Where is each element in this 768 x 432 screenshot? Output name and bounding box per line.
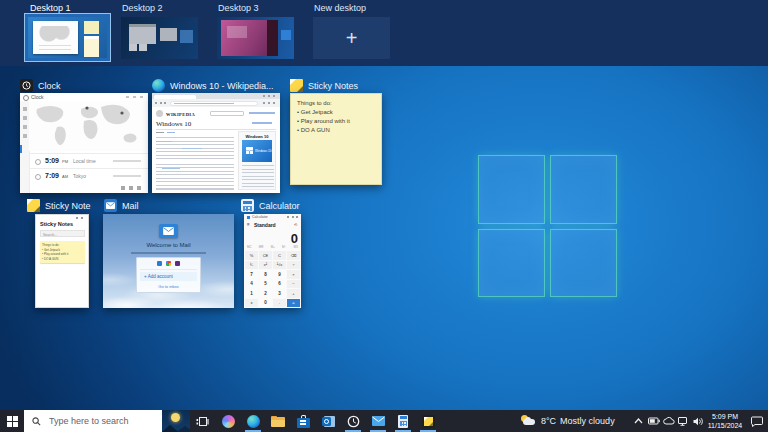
onedrive-icon[interactable] bbox=[661, 410, 676, 432]
windows-logo-pane bbox=[550, 229, 617, 298]
calc-key: 1 bbox=[245, 289, 258, 298]
mountain-graphic bbox=[172, 426, 190, 432]
heading-rule bbox=[156, 129, 276, 130]
weather-temp: 8°C bbox=[541, 416, 556, 426]
clock-time: 7:09 bbox=[45, 172, 59, 179]
mini-windows-logo bbox=[180, 30, 193, 43]
start-button[interactable] bbox=[0, 410, 24, 432]
mini-map bbox=[39, 26, 71, 42]
sticky-list-header: Sticky Notes bbox=[40, 221, 73, 227]
clock-footer-buttons bbox=[121, 186, 143, 190]
infobox: Windows 10 Windows 10 bbox=[238, 131, 276, 190]
toolbar-buttons bbox=[263, 102, 277, 104]
windows-logo bbox=[478, 155, 617, 297]
mail-window[interactable]: Welcome to Mail + Add account Go to inbo… bbox=[103, 214, 234, 308]
alarms-clock-button[interactable] bbox=[341, 410, 365, 432]
clock-row-local: 5:09 PM Local time bbox=[29, 154, 148, 168]
calc-memory-row: MC MR M+ M− MS bbox=[247, 245, 298, 249]
store-icon bbox=[297, 415, 310, 428]
memory-key: M− bbox=[282, 245, 286, 249]
note-line: Things to do: bbox=[297, 99, 375, 108]
calc-key: × bbox=[287, 270, 300, 279]
mail-welcome-text: Welcome to Mail bbox=[103, 242, 234, 248]
mini-window bbox=[129, 24, 156, 44]
calc-mode-label: Standard bbox=[254, 222, 276, 228]
mini-window bbox=[160, 28, 177, 41]
calc-titlebar-text: Calculator bbox=[252, 215, 268, 219]
add-account-label: + Add account bbox=[140, 274, 173, 279]
sticky-list-item: Things to do: • Get Jetpack • Play aroun… bbox=[40, 241, 85, 263]
calc-key: ¹⁄ₓ bbox=[245, 261, 258, 270]
memory-key: MC bbox=[247, 245, 252, 249]
sticky-notes-icon bbox=[290, 79, 303, 92]
taskbar-search[interactable] bbox=[24, 410, 190, 432]
calc-key: + bbox=[287, 289, 300, 298]
outlook-icon bbox=[322, 415, 335, 428]
browser-toolbar bbox=[152, 99, 280, 107]
sticky-note-icon bbox=[27, 199, 40, 212]
volume-icon[interactable] bbox=[691, 410, 706, 432]
weather-widget[interactable]: 8°C Mostly cloudy bbox=[520, 410, 615, 432]
battery-icon[interactable] bbox=[646, 410, 661, 432]
desktop-2-thumbnail[interactable] bbox=[121, 17, 198, 59]
new-desktop-button[interactable]: + bbox=[313, 17, 390, 59]
wikipedia-window[interactable]: WIKIPEDIA Windows 10 Windows 10 bbox=[152, 93, 280, 193]
moon-icon bbox=[35, 159, 41, 165]
desktop-1-preview bbox=[28, 17, 107, 58]
clock-window[interactable]: Clock bbox=[20, 93, 148, 193]
weather-icon bbox=[520, 415, 536, 427]
network-icon[interactable] bbox=[676, 410, 691, 432]
sticky-notes-window[interactable]: Things to do: • Get Jetpack • Play aroun… bbox=[290, 93, 382, 185]
sticky-note-list-window[interactable]: Sticky Notes Search... Things to do: • G… bbox=[35, 214, 89, 308]
calc-key: 7 bbox=[245, 270, 258, 279]
mail-thumbnail-group[interactable]: Mail Welcome to Mail + Add account Go to… bbox=[104, 199, 235, 309]
calculator-app-icon bbox=[241, 199, 254, 212]
history-icon: ⟲ bbox=[294, 222, 297, 227]
infobox-rows bbox=[242, 165, 274, 188]
languages-link bbox=[252, 122, 272, 124]
task-view-screen: Desktop 1 Desktop 2 Desktop 3 New deskto… bbox=[0, 0, 768, 432]
mini-photo bbox=[227, 26, 247, 38]
calc-key: 0 bbox=[259, 299, 272, 308]
copilot-button[interactable] bbox=[216, 410, 240, 432]
search-highlight-image[interactable] bbox=[162, 410, 190, 432]
desktop-1-label: Desktop 1 bbox=[30, 3, 71, 13]
calculator-button[interactable] bbox=[391, 410, 415, 432]
calculator-thumbnail-group[interactable]: Calculator Calculator ≡ Standard ⟲ 0 MC … bbox=[241, 199, 311, 309]
sticky-note-list-thumbnail-group[interactable]: Sticky Note Sticky Notes Search... Thing… bbox=[27, 199, 97, 309]
calc-key: 6 bbox=[273, 280, 286, 289]
hidden-icons-chevron[interactable] bbox=[630, 410, 646, 432]
window-controls bbox=[287, 216, 298, 218]
search-input[interactable] bbox=[47, 415, 151, 427]
moon-graphic bbox=[171, 413, 180, 422]
store-button[interactable] bbox=[291, 410, 315, 432]
sticky-notes-button[interactable] bbox=[416, 410, 440, 432]
wikipedia-thumbnail-group[interactable]: Windows 10 - Wikipedia... WIKIPEDIA Wind… bbox=[152, 79, 280, 193]
desktop-1-thumbnail[interactable] bbox=[24, 13, 111, 62]
task-view-button[interactable] bbox=[191, 410, 213, 432]
clock-thumbnail-group[interactable]: Clock Clock bbox=[20, 79, 148, 193]
window-controls bbox=[263, 95, 277, 97]
calc-key: C bbox=[273, 251, 286, 260]
sidebar-icon bbox=[23, 134, 27, 138]
mini-window bbox=[139, 44, 147, 51]
edge-button[interactable] bbox=[241, 410, 265, 432]
mail-button[interactable] bbox=[366, 410, 390, 432]
calc-key: ⌫ bbox=[287, 251, 300, 260]
desktop-3-thumbnail[interactable] bbox=[217, 17, 294, 59]
calculator-window[interactable]: Calculator ≡ Standard ⟲ 0 MC MR M+ M− MS… bbox=[244, 214, 301, 308]
window-controls bbox=[76, 217, 85, 219]
file-explorer-button[interactable] bbox=[266, 410, 290, 432]
calc-key: x² bbox=[259, 261, 272, 270]
sidebar-icon bbox=[23, 125, 27, 129]
windows-logo-pane bbox=[550, 155, 617, 224]
taskbar-clock[interactable]: 5:09 PM 11/15/2024 bbox=[706, 412, 744, 430]
sticky-notes-thumbnail-group[interactable]: Sticky Notes Things to do: • Get Jetpack… bbox=[290, 79, 385, 185]
note-line: • Play around with it bbox=[297, 117, 375, 126]
detail-line bbox=[113, 175, 141, 177]
calc-key: ÷ bbox=[287, 261, 300, 270]
outlook-button[interactable] bbox=[316, 410, 340, 432]
mini-sticky-1 bbox=[84, 21, 99, 34]
calc-key: ± bbox=[245, 299, 258, 308]
action-center-button[interactable] bbox=[746, 410, 768, 432]
